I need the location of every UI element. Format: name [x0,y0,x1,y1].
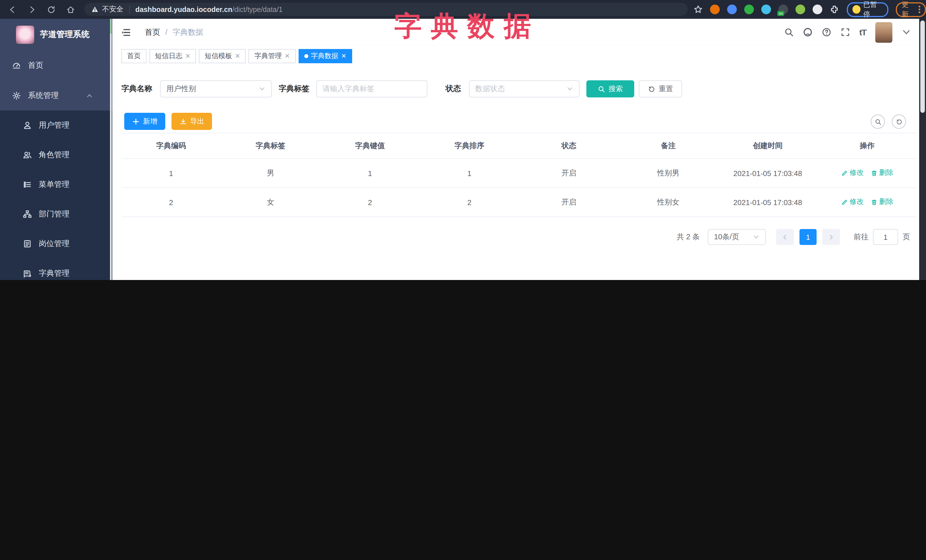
user-icon [23,121,32,130]
cell-remark: 性别女 [619,188,718,217]
refresh-table-button[interactable] [892,115,906,129]
next-page-button[interactable] [822,229,840,245]
dict-tag-input[interactable]: 请输入字典标签 [316,80,427,97]
delete-link[interactable]: 删除 [871,198,894,207]
breadcrumb-home[interactable]: 首页 [145,27,160,37]
sidebar-item-post-management[interactable]: 岗位管理 [0,229,112,259]
edit-link[interactable]: 修改 [841,168,864,178]
dict-name-select[interactable]: 用户性别 [160,80,272,97]
chevron-left-icon [782,234,788,240]
user-avatar[interactable] [875,22,893,42]
sidebar-item-label: 菜单管理 [39,180,70,190]
tab-label: 字典数据 [311,51,338,61]
export-button[interactable]: 导出 [171,113,212,130]
tab-dict-management[interactable]: 字典管理✕ [249,49,295,63]
sidebar-logo[interactable]: 芋道管理系统 [0,19,112,50]
profile-status-label: 已暂停 [863,0,883,19]
goto-page-input[interactable]: 1 [873,229,898,245]
cell-value: 2 [320,188,420,217]
chevron-down-icon [753,234,760,240]
sidebar-scrollbar[interactable] [110,19,112,280]
page-size-value: 10条/页 [714,232,739,242]
main-content: 字典名称 用户性别 字典标签 请输入字典标签 状态 数据状态 搜索 重置 [112,66,919,280]
reset-button-label: 重置 [659,84,673,94]
ext-green-check-icon[interactable] [744,5,754,14]
column-header: 创建时间 [718,133,817,158]
sidebar-item-dept-management[interactable]: 部门管理 [0,199,112,229]
browser-actions: on 已暂停 更新 [693,2,926,17]
address-bar[interactable]: 不安全 dashboard.yudao.iocoder.cn /dict/typ… [84,3,688,16]
ext-lime-icon[interactable] [796,5,805,14]
tab-home[interactable]: 首页 [121,49,147,63]
page-size-select[interactable]: 10条/页 [708,229,766,245]
extensions-puzzle-icon[interactable] [830,5,840,14]
extension-icons: on [710,5,823,14]
toggle-search-button[interactable] [871,115,885,129]
cell-created: 2021-01-05 17:03:48 [718,158,817,188]
column-header: 状态 [519,133,619,158]
search-icon[interactable] [784,27,794,37]
ext-location-icon[interactable] [728,5,737,14]
profile-avatar [852,5,861,14]
page-scrollbar[interactable] [919,19,926,280]
add-button[interactable]: 新增 [124,113,165,130]
home-icon[interactable] [66,5,75,14]
tab-sms-log[interactable]: 短信日志✕ [149,49,196,63]
sidebar-item-system-management[interactable]: 系统管理 [0,80,112,110]
sidebar-item-user-management[interactable]: 用户管理 [0,110,112,140]
page-number-button[interactable]: 1 [799,229,817,245]
ext-blue-gem-icon[interactable] [762,5,771,14]
dict-name-value: 用户性别 [166,84,196,94]
font-size-icon[interactable]: tT [859,27,866,37]
profile-chip[interactable]: 已暂停 [846,2,888,17]
tab-sms-template[interactable]: 短信模板✕ [199,49,246,63]
back-icon[interactable] [8,5,17,14]
edit-link[interactable]: 修改 [841,198,864,207]
pencil [841,199,848,206]
sidebar-item-label: 用户管理 [39,120,70,130]
cell-sort: 1 [420,158,519,188]
tab-dict-data[interactable]: 字典数据✕ [298,49,352,63]
status-select[interactable]: 数据状态 [469,80,580,97]
reset-button[interactable]: 重置 [639,80,682,97]
sidebar-item-home[interactable]: 首页 [0,50,112,80]
bookmark-star-icon[interactable] [693,5,703,14]
sidebar-item-menu-management[interactable]: 菜单管理 [0,170,112,199]
badge-icon [23,239,32,248]
avatar-caret-icon[interactable] [902,27,911,37]
search-form: 字典名称 用户性别 字典标签 请输入字典标签 状态 数据状态 搜索 重置 [121,80,682,98]
cell-code: 1 [121,158,221,188]
ext-dark-icon[interactable]: on [779,5,788,14]
collapse-menu-icon[interactable] [121,27,132,38]
close-tab-icon[interactable]: ✕ [185,53,190,60]
search-icon [875,118,881,125]
close-tab-icon[interactable]: ✕ [341,53,346,60]
reload-icon[interactable] [47,5,56,14]
delete-link[interactable]: 删除 [871,168,894,178]
forward-icon[interactable] [27,5,36,14]
update-button[interactable]: 更新 [896,2,926,17]
plus-icon [132,118,139,125]
pagination: 共 2 条 10条/页 1 前往 1 页 [677,229,910,245]
prev-page-button[interactable] [776,229,794,245]
add-button-label: 新增 [143,116,157,126]
active-tab-dot [304,54,308,58]
tags-view-bar: 首页短信日志✕短信模板✕字典管理✕字典数据✕ [112,45,919,67]
dict-tag-placeholder: 请输入字典标签 [322,84,374,94]
close-tab-icon[interactable]: ✕ [284,53,290,60]
fullscreen-icon[interactable] [841,27,850,37]
org-tree-icon [23,210,32,219]
ext-orange-icon[interactable] [710,5,720,14]
sidebar-item-role-management[interactable]: 角色管理 [0,140,112,170]
help-icon[interactable] [822,27,831,37]
sidebar-item-dict-management[interactable]: 字典管理 [0,259,112,280]
search-button[interactable]: 搜索 [586,80,634,97]
browser-menu-icon[interactable] [918,6,920,13]
close-tab-icon[interactable]: ✕ [235,53,240,60]
dict-name-label: 字典名称 [121,84,152,94]
export-button-label: 导出 [190,116,204,126]
ext-puzzle-icon[interactable] [813,5,823,14]
cell-created: 2021-01-05 17:03:48 [718,188,817,217]
github-icon[interactable] [803,27,813,37]
dict-data-table: 字典编码字典标签字典键值字典排序状态备注创建时间操作 1男11开启性别男2021… [121,133,917,217]
